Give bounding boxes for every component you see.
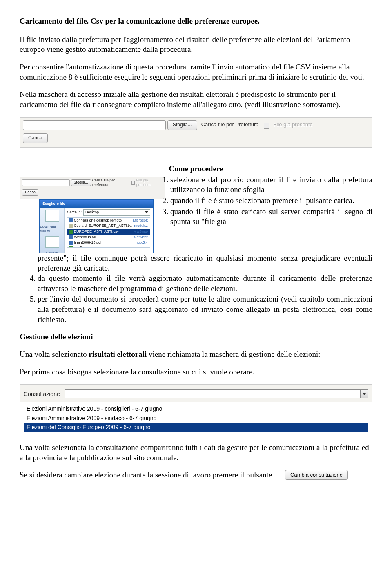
consultazione-option[interactable]: Elezioni Amministrative 2009 - consiglie… [24, 404, 368, 413]
thumb-file-present: File già presente [136, 178, 162, 188]
consultazione-options[interactable]: Elezioni Amministrative 2009 - consiglie… [24, 404, 368, 432]
file-row: Connessione desktop remotoMicrosoft [67, 218, 150, 224]
file-row: Foglio1.xlsNuovo D [67, 246, 150, 248]
procedure-steps-cont: da questo momento il file verrà aggiorna… [20, 273, 372, 325]
paragraph-5: Per prima cosa bisogna selezionare la co… [20, 367, 372, 377]
places-desktop-icon [45, 236, 59, 248]
places-recent-label: Documenti recenti [40, 225, 64, 233]
paragraph-6: Una volta selezionata la consultazione c… [20, 443, 372, 463]
thumb-browse-button: Sfoglia... [71, 179, 91, 186]
file-icon [69, 230, 73, 234]
dialog-title: Scegliere file [40, 200, 153, 208]
section-heading-2: Gestione delle elezioni [20, 332, 372, 342]
page-title: Caricamento del file. Csv per la comunic… [20, 16, 372, 27]
paragraph-1: Il file inviato dalla prefettura per l'a… [20, 35, 372, 55]
places-recent-icon [45, 210, 59, 222]
paragraph-3: Nella maschera di accesso iniziale alla … [20, 90, 372, 110]
step-3-part-b: presente"; il file comunque potrà essere… [38, 253, 372, 273]
select-panel: Consultazione [20, 384, 372, 402]
upload-label: Carica file per Prefettura [201, 121, 259, 128]
file-row: finan2008-16.pdfngp.5.4 [67, 240, 150, 246]
consultazione-option[interactable]: Elezioni del Consiglio Europeo 2009 - 6-… [24, 423, 368, 432]
file-icon [69, 218, 73, 222]
thumb-file-input [22, 179, 70, 186]
procedure-section: Sfoglia... Carica file per Prefettura Fi… [20, 175, 372, 253]
screenshot-thumbnail: Sfoglia... Carica file per Prefettura Fi… [20, 177, 165, 252]
thumb-label: Carica file per Prefettura [92, 178, 130, 188]
paragraph-2: Per consentire l'automatizzazione di que… [20, 62, 372, 82]
procedure-heading: Come procedere [20, 164, 372, 174]
file-icon [69, 246, 73, 248]
upload-panel: Sfoglia... Carica file per Prefettura Fi… [20, 117, 372, 148]
thumb-checkbox [131, 181, 135, 185]
file-row: eventocun.rarNetMeet [67, 235, 150, 240]
upload-button[interactable]: Carica [23, 133, 48, 143]
consultazione-label: Consultazione [24, 390, 60, 398]
thumb-upload-button: Carica [22, 189, 38, 196]
change-consultazione-button[interactable]: Cambia consultazione [285, 470, 348, 480]
file-chooser-dialog: Scegliere file Documenti recenti Desktop… [39, 199, 154, 253]
chevron-down-icon [145, 211, 148, 213]
lookin-dropdown: Desktop [83, 209, 150, 216]
file-present-label: File già presente [274, 121, 313, 128]
consultazione-dropdown[interactable] [65, 389, 368, 398]
places-desktop-label: Desktop [46, 251, 58, 253]
file-path-input[interactable] [23, 120, 166, 130]
file-row: EUROPEE_ASTI_ASTI.csvMwSnap [67, 229, 150, 235]
chevron-down-icon [360, 390, 368, 398]
file-icon [69, 235, 73, 239]
step-4: da questo momento il file verrà aggiorna… [38, 273, 372, 293]
file-present-checkbox [264, 123, 270, 129]
consultazione-option[interactable]: Elezioni Amministrative 2009 - sindaco -… [24, 414, 368, 423]
file-list: Connessione desktop remotoMicrosoftCepia… [67, 217, 150, 248]
lookin-label: Cerca in: [67, 210, 82, 215]
file-icon [69, 224, 73, 228]
browse-button[interactable]: Sfoglia... [167, 120, 197, 130]
paragraph-4: Una volta selezionato risultati elettora… [20, 349, 372, 360]
step-5: per l'invio del documento si procederà c… [38, 294, 372, 325]
file-row: Cepia di EUROPEE_ASTI_ASTI.txtmoduli.z [67, 223, 150, 229]
file-icon [69, 241, 73, 245]
